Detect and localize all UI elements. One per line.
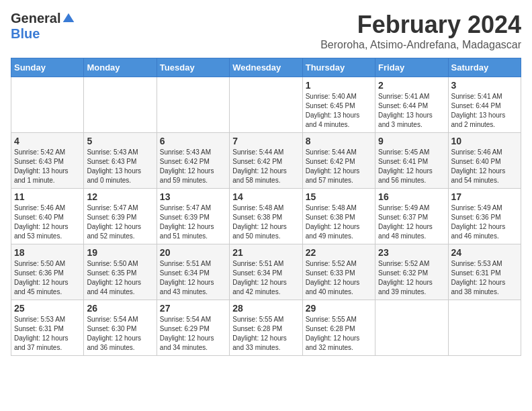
day-info: Sunrise: 5:47 AM Sunset: 6:39 PM Dayligh… <box>160 203 226 241</box>
weekday-header-friday: Friday <box>375 58 448 77</box>
calendar-cell: 2Sunrise: 5:41 AM Sunset: 6:44 PM Daylig… <box>375 77 448 133</box>
calendar-cell: 1Sunrise: 5:40 AM Sunset: 6:45 PM Daylig… <box>302 77 375 133</box>
calendar-cell: 11Sunrise: 5:46 AM Sunset: 6:40 PM Dayli… <box>11 189 84 244</box>
day-number: 21 <box>232 247 299 258</box>
weekday-header-sunday: Sunday <box>11 58 84 77</box>
day-info: Sunrise: 5:52 AM Sunset: 6:33 PM Dayligh… <box>306 259 372 297</box>
day-info: Sunrise: 5:49 AM Sunset: 6:36 PM Dayligh… <box>451 203 518 241</box>
logo: General Blue <box>11 11 75 42</box>
week-row-1: 1Sunrise: 5:40 AM Sunset: 6:45 PM Daylig… <box>11 77 521 133</box>
calendar-cell <box>448 300 521 356</box>
day-info: Sunrise: 5:54 AM Sunset: 6:29 PM Dayligh… <box>160 315 226 353</box>
calendar-cell: 26Sunrise: 5:54 AM Sunset: 6:30 PM Dayli… <box>84 300 157 356</box>
day-info: Sunrise: 5:43 AM Sunset: 6:43 PM Dayligh… <box>87 148 153 185</box>
day-number: 26 <box>87 303 153 314</box>
calendar-cell: 17Sunrise: 5:49 AM Sunset: 6:36 PM Dayli… <box>448 189 521 244</box>
calendar-cell: 24Sunrise: 5:53 AM Sunset: 6:31 PM Dayli… <box>448 244 521 300</box>
subtitle: Beroroha, Atsimo-Andrefana, Madagascar <box>320 39 521 51</box>
day-info: Sunrise: 5:46 AM Sunset: 6:40 PM Dayligh… <box>14 203 81 241</box>
calendar-cell: 8Sunrise: 5:44 AM Sunset: 6:42 PM Daylig… <box>302 133 375 189</box>
weekday-header-tuesday: Tuesday <box>157 58 229 77</box>
header: General Blue February 2024 Beroroha, Ats… <box>11 11 521 51</box>
day-info: Sunrise: 5:53 AM Sunset: 6:31 PM Dayligh… <box>451 259 518 297</box>
day-number: 12 <box>87 191 153 202</box>
calendar-header: SundayMondayTuesdayWednesdayThursdayFrid… <box>11 58 521 77</box>
day-info: Sunrise: 5:48 AM Sunset: 6:38 PM Dayligh… <box>232 203 299 241</box>
day-number: 2 <box>378 80 445 91</box>
day-info: Sunrise: 5:51 AM Sunset: 6:34 PM Dayligh… <box>160 259 226 297</box>
calendar-cell <box>157 77 229 133</box>
day-number: 17 <box>451 191 518 202</box>
day-number: 18 <box>14 247 81 258</box>
calendar-cell: 13Sunrise: 5:47 AM Sunset: 6:39 PM Dayli… <box>157 189 229 244</box>
day-info: Sunrise: 5:43 AM Sunset: 6:42 PM Dayligh… <box>160 148 226 185</box>
day-number: 8 <box>306 136 372 146</box>
calendar-cell: 19Sunrise: 5:50 AM Sunset: 6:35 PM Dayli… <box>84 244 157 300</box>
title-area: February 2024 Beroroha, Atsimo-Andrefana… <box>320 11 521 51</box>
day-number: 11 <box>14 191 81 202</box>
calendar-cell: 21Sunrise: 5:51 AM Sunset: 6:34 PM Dayli… <box>230 244 302 300</box>
day-info: Sunrise: 5:44 AM Sunset: 6:42 PM Dayligh… <box>232 148 299 185</box>
day-number: 7 <box>232 136 299 146</box>
calendar: SundayMondayTuesdayWednesdayThursdayFrid… <box>11 58 521 356</box>
calendar-cell: 18Sunrise: 5:50 AM Sunset: 6:36 PM Dayli… <box>11 244 84 300</box>
day-info: Sunrise: 5:46 AM Sunset: 6:40 PM Dayligh… <box>451 148 518 185</box>
calendar-cell <box>230 77 302 133</box>
calendar-body: 1Sunrise: 5:40 AM Sunset: 6:45 PM Daylig… <box>11 77 521 356</box>
day-info: Sunrise: 5:49 AM Sunset: 6:37 PM Dayligh… <box>378 203 445 241</box>
calendar-cell: 15Sunrise: 5:48 AM Sunset: 6:38 PM Dayli… <box>302 189 375 244</box>
day-number: 14 <box>232 191 299 202</box>
day-number: 1 <box>306 80 372 91</box>
calendar-cell: 20Sunrise: 5:51 AM Sunset: 6:34 PM Dayli… <box>157 244 229 300</box>
calendar-cell: 10Sunrise: 5:46 AM Sunset: 6:40 PM Dayli… <box>448 133 521 189</box>
calendar-cell: 12Sunrise: 5:47 AM Sunset: 6:39 PM Dayli… <box>84 189 157 244</box>
day-number: 27 <box>160 303 226 314</box>
day-info: Sunrise: 5:51 AM Sunset: 6:34 PM Dayligh… <box>232 259 299 297</box>
weekday-header-wednesday: Wednesday <box>230 58 302 77</box>
day-info: Sunrise: 5:52 AM Sunset: 6:32 PM Dayligh… <box>378 259 445 297</box>
day-number: 22 <box>306 247 372 258</box>
day-number: 9 <box>378 136 445 146</box>
week-row-5: 25Sunrise: 5:53 AM Sunset: 6:31 PM Dayli… <box>11 300 521 356</box>
day-number: 28 <box>232 303 299 314</box>
calendar-cell: 9Sunrise: 5:45 AM Sunset: 6:41 PM Daylig… <box>375 133 448 189</box>
calendar-cell: 23Sunrise: 5:52 AM Sunset: 6:32 PM Dayli… <box>375 244 448 300</box>
day-info: Sunrise: 5:40 AM Sunset: 6:45 PM Dayligh… <box>306 92 372 130</box>
calendar-cell: 5Sunrise: 5:43 AM Sunset: 6:43 PM Daylig… <box>84 133 157 189</box>
day-number: 4 <box>14 136 81 146</box>
logo-blue: Blue <box>11 26 40 42</box>
svg-marker-0 <box>63 13 75 21</box>
day-number: 25 <box>14 303 81 314</box>
day-number: 20 <box>160 247 226 258</box>
day-info: Sunrise: 5:50 AM Sunset: 6:35 PM Dayligh… <box>87 259 153 297</box>
calendar-cell: 16Sunrise: 5:49 AM Sunset: 6:37 PM Dayli… <box>375 189 448 244</box>
logo-general: General <box>11 11 60 26</box>
day-number: 23 <box>378 247 445 258</box>
weekday-row: SundayMondayTuesdayWednesdayThursdayFrid… <box>11 58 521 77</box>
calendar-cell: 6Sunrise: 5:43 AM Sunset: 6:42 PM Daylig… <box>157 133 229 189</box>
calendar-cell: 25Sunrise: 5:53 AM Sunset: 6:31 PM Dayli… <box>11 300 84 356</box>
calendar-cell <box>84 77 157 133</box>
day-info: Sunrise: 5:47 AM Sunset: 6:39 PM Dayligh… <box>87 203 153 241</box>
calendar-cell: 28Sunrise: 5:55 AM Sunset: 6:28 PM Dayli… <box>230 300 302 356</box>
calendar-cell: 14Sunrise: 5:48 AM Sunset: 6:38 PM Dayli… <box>230 189 302 244</box>
weekday-header-thursday: Thursday <box>302 58 375 77</box>
day-number: 3 <box>451 80 518 91</box>
day-number: 13 <box>160 191 226 202</box>
week-row-4: 18Sunrise: 5:50 AM Sunset: 6:36 PM Dayli… <box>11 244 521 300</box>
calendar-cell <box>11 77 84 133</box>
day-number: 6 <box>160 136 226 146</box>
calendar-cell: 29Sunrise: 5:55 AM Sunset: 6:28 PM Dayli… <box>302 300 375 356</box>
calendar-cell <box>375 300 448 356</box>
day-number: 5 <box>87 136 153 146</box>
day-info: Sunrise: 5:53 AM Sunset: 6:31 PM Dayligh… <box>14 315 81 353</box>
day-info: Sunrise: 5:41 AM Sunset: 6:44 PM Dayligh… <box>378 92 445 130</box>
day-info: Sunrise: 5:54 AM Sunset: 6:30 PM Dayligh… <box>87 315 153 353</box>
logo-icon <box>62 12 75 26</box>
week-row-2: 4Sunrise: 5:42 AM Sunset: 6:43 PM Daylig… <box>11 133 521 189</box>
day-info: Sunrise: 5:45 AM Sunset: 6:41 PM Dayligh… <box>378 148 445 185</box>
calendar-cell: 3Sunrise: 5:41 AM Sunset: 6:44 PM Daylig… <box>448 77 521 133</box>
day-number: 19 <box>87 247 153 258</box>
day-info: Sunrise: 5:42 AM Sunset: 6:43 PM Dayligh… <box>14 148 81 185</box>
main-title: February 2024 <box>320 11 521 39</box>
